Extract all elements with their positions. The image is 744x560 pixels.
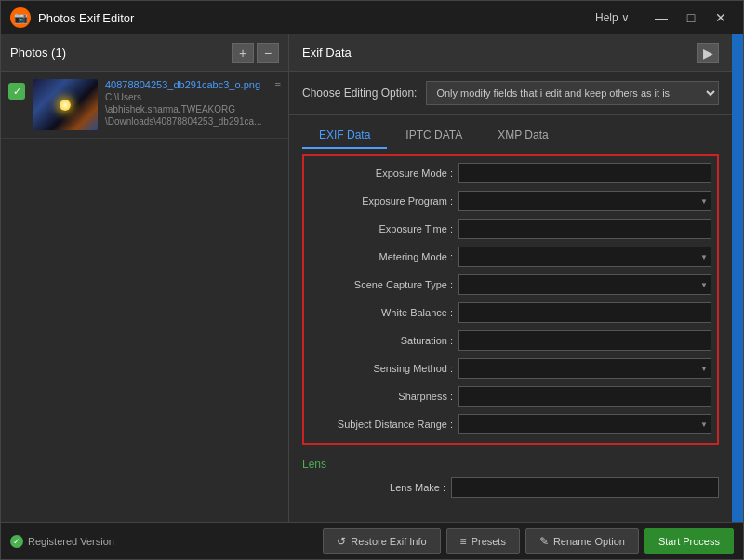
tab-iptc-data[interactable]: IPTC DATA: [389, 123, 479, 149]
exposure-program-select[interactable]: [458, 191, 711, 211]
app-icon: 📷: [10, 7, 31, 28]
photos-title: Photos (1): [10, 46, 229, 60]
scene-capture-type-select-wrapper: [458, 274, 711, 295]
photo-thumbnail: [33, 79, 98, 130]
photo-path2: \abhishek.sharma.TWEAKORG: [105, 104, 268, 114]
metering-mode-label: Metering Mode :: [310, 251, 458, 262]
restore-icon: ↺: [337, 535, 346, 548]
white-balance-row: White Balance :: [310, 300, 711, 326]
sensing-method-label: Sensing Method :: [310, 363, 458, 374]
exposure-time-label: Exposure Time :: [310, 223, 458, 234]
scene-capture-type-label: Scene Capture Type :: [310, 279, 458, 290]
white-balance-label: White Balance :: [310, 307, 458, 318]
metering-mode-row: Metering Mode :: [310, 244, 711, 270]
rename-icon: ✎: [539, 535, 549, 548]
exif-title: Exif Data: [302, 46, 352, 60]
photo-more-icon[interactable]: ≡: [275, 79, 281, 90]
subject-distance-range-label: Subject Distance Range :: [310, 419, 458, 430]
sharpness-row: Sharpness :: [310, 383, 711, 409]
subject-distance-range-select[interactable]: [458, 414, 711, 434]
saturation-row: Saturation :: [310, 327, 711, 353]
exif-nav-button[interactable]: ▶: [697, 43, 719, 63]
presets-icon: ≡: [460, 535, 467, 548]
title-bar: 📷 Photos Exif Editor Help ∨ — □ ✕: [1, 1, 743, 34]
exposure-time-row: Exposure Time :: [310, 216, 711, 242]
sensing-method-select-wrapper: [458, 358, 711, 379]
lens-make-input[interactable]: [451, 477, 719, 498]
restore-exif-button[interactable]: ↺ Restore Exif Info: [323, 528, 440, 554]
scene-capture-type-select[interactable]: [458, 274, 711, 295]
left-panel: Photos (1) + − ✓ 40878804253_db291cabc3_…: [1, 34, 289, 522]
photo-checkbox[interactable]: ✓: [8, 83, 25, 100]
metering-mode-select[interactable]: [458, 247, 711, 267]
main-content: Photos (1) + − ✓ 40878804253_db291cabc3_…: [1, 34, 743, 522]
tab-exif-data[interactable]: EXIF Data: [302, 123, 387, 149]
editing-option-label: Choose Editing Option:: [302, 87, 417, 100]
presets-button[interactable]: ≡ Presets: [446, 528, 520, 554]
metering-mode-select-wrapper: [458, 247, 711, 267]
exposure-mode-input[interactable]: [458, 163, 711, 183]
sharpness-label: Sharpness :: [310, 391, 458, 402]
app-title: Photos Exif Editor: [38, 11, 595, 25]
exposure-time-input[interactable]: [458, 219, 711, 239]
scene-capture-type-row: Scene Capture Type :: [310, 272, 711, 298]
subject-distance-range-select-wrapper: [458, 414, 711, 434]
close-button[interactable]: ✕: [708, 7, 734, 28]
right-panel: Exif Data ▶ Choose Editing Option: Only …: [289, 34, 732, 522]
saturation-input[interactable]: [458, 330, 711, 351]
minimize-button[interactable]: —: [648, 7, 674, 28]
editing-option-row: Choose Editing Option: Only modify field…: [289, 72, 732, 115]
exposure-program-row: Exposure Program :: [310, 188, 711, 214]
exposure-mode-row: Exposure Mode :: [310, 160, 711, 186]
maximize-button[interactable]: □: [678, 7, 704, 28]
window-controls: Help ∨ — □ ✕: [595, 7, 734, 28]
remove-photo-button[interactable]: −: [257, 43, 279, 63]
bottom-bar: ✓ Registered Version ↺ Restore Exif Info…: [1, 522, 743, 559]
saturation-label: Saturation :: [310, 335, 458, 346]
exposure-mode-label: Exposure Mode :: [310, 167, 458, 179]
lens-make-label: Lens Make :: [302, 482, 451, 493]
exif-header: Exif Data ▶: [289, 34, 732, 72]
presets-label: Presets: [472, 536, 506, 547]
tabs-row: EXIF Data IPTC DATA XMP Data: [289, 115, 732, 149]
photo-info: 40878804253_db291cabc3_o.png C:\Users \a…: [105, 79, 268, 127]
lens-make-row: Lens Make :: [302, 474, 719, 500]
sensing-method-select[interactable]: [458, 358, 711, 379]
subject-distance-range-row: Subject Distance Range :: [310, 411, 711, 437]
restore-label: Restore Exif Info: [351, 536, 426, 547]
right-scroll-decor: [732, 34, 743, 522]
exposure-program-label: Exposure Program :: [310, 195, 458, 207]
status-icon: ✓: [10, 535, 23, 548]
photo-path1: C:\Users: [105, 92, 268, 102]
white-balance-input[interactable]: [458, 302, 711, 323]
photo-filename: 40878804253_db291cabc3_o.png: [105, 79, 268, 90]
red-box-section: Exposure Mode : Exposure Program : Expos…: [302, 154, 719, 445]
start-label: Start Process: [658, 536, 720, 547]
rename-option-button[interactable]: ✎ Rename Option: [525, 528, 639, 554]
rename-label: Rename Option: [553, 536, 625, 547]
add-photo-button[interactable]: +: [232, 43, 254, 63]
exposure-program-select-wrapper: [458, 191, 711, 211]
start-process-button[interactable]: Start Process: [644, 528, 734, 554]
photo-item: ✓ 40878804253_db291cabc3_o.png C:\Users …: [1, 72, 288, 139]
help-button[interactable]: Help ∨: [595, 11, 630, 24]
sensing-method-row: Sensing Method :: [310, 355, 711, 381]
photo-path3: \Downloads\40878804253_db291ca...: [105, 116, 268, 127]
app-window: 📷 Photos Exif Editor Help ∨ — □ ✕ Photos…: [0, 0, 744, 560]
photos-header: Photos (1) + −: [1, 34, 288, 72]
sharpness-input[interactable]: [458, 386, 711, 407]
status-text: ✓ Registered Version: [10, 535, 114, 548]
tab-xmp-data[interactable]: XMP Data: [481, 123, 565, 149]
form-area: Exposure Mode : Exposure Program : Expos…: [289, 149, 732, 522]
status-label: Registered Version: [28, 536, 114, 547]
editing-option-select[interactable]: Only modify fields that i edit and keep …: [426, 81, 719, 105]
lens-section-label: Lens: [302, 450, 719, 474]
